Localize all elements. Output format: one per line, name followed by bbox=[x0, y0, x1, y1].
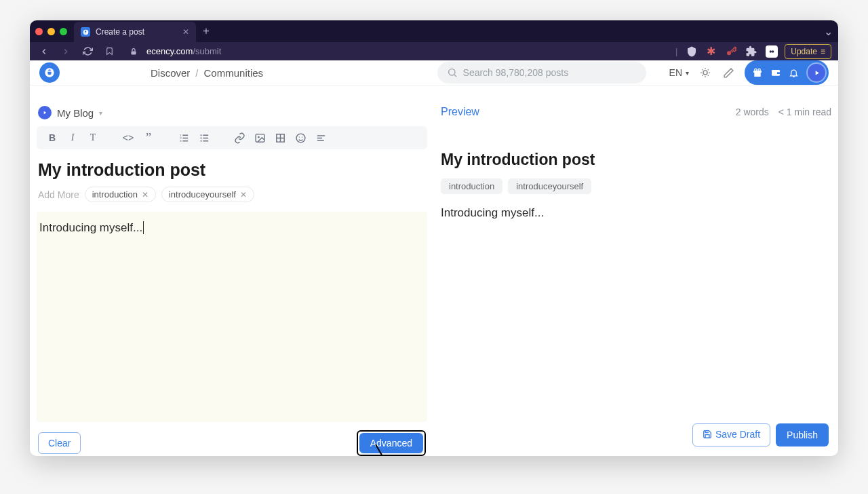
app-logo[interactable] bbox=[39, 62, 60, 83]
nav-discover[interactable]: Discover bbox=[151, 67, 190, 79]
svg-point-35 bbox=[301, 136, 302, 137]
link-button[interactable] bbox=[231, 129, 248, 147]
italic-button[interactable]: I bbox=[64, 129, 81, 147]
publish-actions: Save Draft Publish bbox=[692, 423, 829, 446]
search-placeholder: Search 98,780,208 posts bbox=[463, 67, 569, 78]
key-icon[interactable] bbox=[725, 45, 737, 58]
code-button[interactable]: <> bbox=[119, 129, 137, 147]
back-button[interactable] bbox=[37, 44, 52, 59]
editor-body[interactable]: Introducing myself... bbox=[37, 212, 427, 422]
bell-icon[interactable] bbox=[788, 67, 800, 79]
svg-point-4 bbox=[448, 69, 454, 75]
extension-icon[interactable]: ✱ bbox=[705, 45, 717, 58]
browser-window: Create a post ✕ + ⌄ ecency.com/ bbox=[30, 20, 838, 456]
url-domain: ecency.com bbox=[146, 46, 193, 56]
svg-rect-13 bbox=[777, 72, 780, 74]
bold-button[interactable]: B bbox=[43, 129, 61, 147]
puzzle-icon[interactable] bbox=[745, 45, 757, 58]
compose-icon[interactable] bbox=[722, 66, 735, 79]
window-minimize[interactable] bbox=[47, 28, 55, 35]
post-title-input[interactable]: My introduction post bbox=[37, 160, 427, 180]
tag-chip: introduction ✕ bbox=[85, 187, 156, 202]
reload-button[interactable] bbox=[80, 44, 95, 59]
language-selector[interactable]: EN ▾ bbox=[669, 67, 689, 78]
tab-close-icon[interactable]: ✕ bbox=[182, 27, 189, 37]
svg-point-33 bbox=[296, 134, 305, 142]
lang-label: EN bbox=[669, 67, 682, 78]
reader-icon[interactable] bbox=[766, 45, 778, 58]
ordered-list-button[interactable]: 123 bbox=[175, 129, 193, 147]
toolbar-extensions: ✱ bbox=[705, 45, 778, 58]
window-controls bbox=[35, 28, 67, 35]
svg-rect-0 bbox=[132, 51, 136, 54]
preview-header: Preview 2 words < 1 min read bbox=[441, 106, 831, 118]
svg-point-29 bbox=[257, 136, 259, 138]
remove-tag-icon[interactable]: ✕ bbox=[240, 190, 247, 200]
chevron-down-icon: ▾ bbox=[686, 69, 689, 77]
url-path: /submit bbox=[193, 46, 221, 56]
user-avatar[interactable] bbox=[806, 62, 827, 83]
quote-button[interactable]: ” bbox=[140, 129, 157, 147]
window-maximize[interactable] bbox=[60, 28, 67, 35]
nav-communities[interactable]: Communities bbox=[204, 67, 264, 79]
shield-icon[interactable] bbox=[686, 45, 698, 58]
emoji-button[interactable] bbox=[292, 129, 309, 147]
clear-button[interactable]: Clear bbox=[38, 432, 81, 454]
save-icon bbox=[703, 430, 712, 441]
tag-chip: introduceyourself ✕ bbox=[161, 187, 254, 202]
editor-text: Introducing myself... bbox=[39, 221, 142, 234]
save-draft-button[interactable]: Save Draft bbox=[692, 423, 770, 446]
bookmark-icon[interactable] bbox=[102, 44, 117, 59]
address-bar[interactable]: ecency.com/submit | bbox=[102, 44, 698, 59]
theme-toggle[interactable] bbox=[698, 66, 712, 79]
tabbar-chevron-icon[interactable]: ⌄ bbox=[824, 25, 833, 38]
browser-tab-bar: Create a post ✕ + ⌄ bbox=[30, 20, 838, 42]
blog-selector[interactable]: My Blog ▾ bbox=[37, 106, 427, 119]
wallet-icon[interactable] bbox=[770, 67, 781, 79]
svg-line-5 bbox=[454, 75, 456, 77]
table-button[interactable] bbox=[271, 129, 289, 147]
svg-point-27 bbox=[200, 140, 201, 141]
gift-icon[interactable] bbox=[751, 67, 763, 79]
svg-marker-14 bbox=[815, 71, 818, 75]
remove-tag-icon[interactable]: ✕ bbox=[142, 190, 149, 200]
chevron-down-icon: ▾ bbox=[99, 109, 102, 117]
lock-icon bbox=[126, 44, 141, 59]
align-button[interactable] bbox=[312, 129, 330, 147]
svg-point-26 bbox=[200, 137, 201, 138]
update-button[interactable]: Update ≡ bbox=[785, 44, 831, 59]
content-area: My Blog ▾ B I T <> ” 123 bbox=[30, 86, 838, 456]
preview-label: Preview bbox=[441, 106, 479, 118]
preview-meta: 2 words < 1 min read bbox=[736, 107, 831, 117]
advanced-highlight-box: Advanced bbox=[357, 430, 426, 456]
app-header: Discover / Communities Search 98,780,208… bbox=[30, 60, 838, 86]
new-tab-button[interactable]: + bbox=[203, 24, 210, 38]
svg-rect-9 bbox=[757, 71, 757, 77]
forward-button[interactable] bbox=[58, 44, 73, 59]
window-close[interactable] bbox=[35, 28, 43, 35]
svg-point-10 bbox=[754, 69, 756, 71]
preview-title-text: My introduction post bbox=[441, 151, 831, 169]
advanced-button[interactable]: Advanced bbox=[359, 433, 423, 453]
user-pill bbox=[745, 60, 829, 85]
nav-separator: / bbox=[195, 67, 198, 79]
svg-point-6 bbox=[703, 71, 707, 75]
publish-button[interactable]: Publish bbox=[776, 423, 829, 446]
add-tag-input[interactable]: Add More bbox=[38, 189, 79, 200]
update-label: Update bbox=[791, 47, 817, 56]
unordered-list-button[interactable] bbox=[195, 129, 213, 147]
header-right: EN ▾ bbox=[669, 60, 829, 85]
heading-button[interactable]: T bbox=[84, 129, 102, 147]
tag-label: introduction bbox=[92, 189, 138, 200]
save-draft-label: Save Draft bbox=[715, 429, 760, 440]
image-button[interactable] bbox=[251, 129, 269, 147]
blog-avatar bbox=[38, 106, 52, 119]
editor-column: My Blog ▾ B I T <> ” 123 bbox=[37, 106, 427, 456]
tab-favicon bbox=[81, 27, 90, 37]
browser-tab[interactable]: Create a post ✕ bbox=[74, 22, 196, 42]
svg-point-1 bbox=[727, 51, 731, 55]
search-input[interactable]: Search 98,780,208 posts bbox=[437, 62, 646, 83]
preview-tag: introduceyourself bbox=[508, 178, 591, 194]
editor-toolbar: B I T <> ” 123 bbox=[37, 126, 427, 149]
tag-label: introduceyourself bbox=[169, 189, 236, 200]
